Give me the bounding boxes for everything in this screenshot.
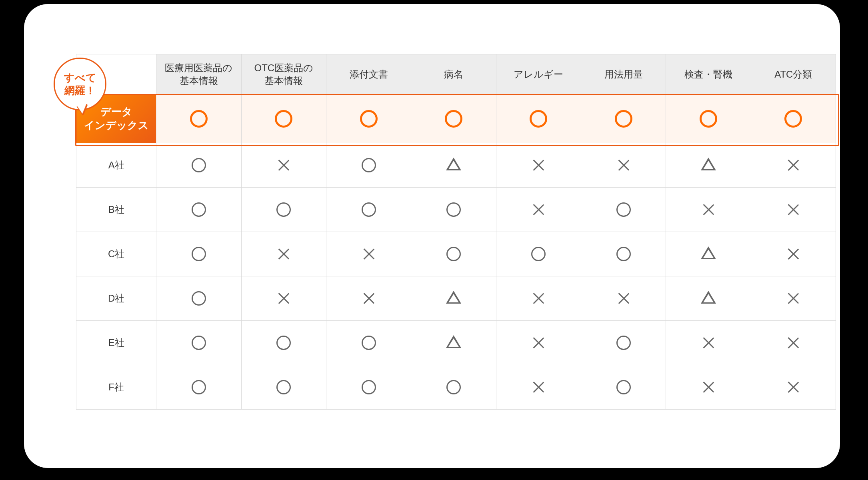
circle-icon [276, 380, 291, 394]
circle-icon [616, 247, 631, 261]
table-cell [666, 232, 751, 276]
table-cell [751, 95, 836, 143]
table-cell [156, 232, 241, 276]
table-cell [326, 143, 411, 188]
circle-icon [362, 336, 376, 350]
table-cell [666, 365, 751, 410]
table-cell [326, 321, 411, 365]
circle-icon [616, 336, 631, 350]
cross-icon [363, 292, 375, 304]
table-cell [666, 276, 751, 321]
featured-row: データインデックス [76, 95, 836, 143]
triangle-icon [446, 158, 461, 170]
table-cell [326, 95, 411, 143]
row-label: B社 [76, 188, 156, 232]
table-cell [751, 143, 836, 188]
table-cell [666, 143, 751, 188]
card: 医療用医薬品の基本情報 OTC医薬品の基本情報 添付文書 病名 アレルギー 用法… [24, 4, 840, 468]
cross-icon [787, 337, 799, 349]
stage: 医療用医薬品の基本情報 OTC医薬品の基本情報 添付文書 病名 アレルギー 用法… [0, 0, 868, 480]
table-cell [496, 365, 581, 410]
triangle-icon [446, 335, 461, 348]
table-cell [241, 143, 326, 188]
table-cell [751, 188, 836, 232]
table-row: C社 [76, 232, 836, 276]
circle-icon [616, 202, 631, 217]
cross-icon [532, 159, 544, 171]
cross-icon [787, 159, 799, 171]
table-cell [411, 365, 496, 410]
table-cell [411, 232, 496, 276]
cross-icon [787, 381, 799, 393]
table-row: E社 [76, 321, 836, 365]
row-label: C社 [76, 232, 156, 276]
table-cell [581, 188, 666, 232]
circle-icon [616, 380, 631, 394]
table-row: F社 [76, 365, 836, 410]
col-header: 病名 [411, 54, 496, 95]
circle-icon [192, 336, 206, 350]
speech-bubble-tail-icon [77, 104, 88, 114]
col-header: ATC分類 [751, 54, 836, 95]
circle-icon [362, 158, 376, 172]
table-cell [581, 321, 666, 365]
table-cell [156, 188, 241, 232]
table-cell [751, 365, 836, 410]
cross-icon [787, 292, 799, 304]
triangle-icon [701, 158, 716, 170]
cross-icon [532, 381, 544, 393]
circle-bold-icon [190, 110, 208, 128]
table-cell [156, 276, 241, 321]
cross-icon [618, 159, 630, 171]
table-cell [496, 143, 581, 188]
table-cell [241, 188, 326, 232]
table-cell [751, 276, 836, 321]
table-cell [666, 321, 751, 365]
table-cell [751, 232, 836, 276]
col-header: 検査・腎機 [666, 54, 751, 95]
table-cell [581, 365, 666, 410]
row-label: F社 [76, 365, 156, 410]
table-cell [496, 276, 581, 321]
table-cell [411, 276, 496, 321]
cross-icon [532, 292, 544, 304]
coverage-badge: すべて網羅！ [54, 58, 104, 108]
table-cell [241, 95, 326, 143]
circle-bold-icon [275, 110, 292, 128]
table-cell [241, 276, 326, 321]
circle-bold-icon [784, 110, 802, 128]
col-header: 添付文書 [326, 54, 411, 95]
circle-icon [276, 336, 291, 350]
table-cell [496, 188, 581, 232]
table-cell [411, 95, 496, 143]
circle-icon [446, 202, 461, 217]
table-header-row: 医療用医薬品の基本情報 OTC医薬品の基本情報 添付文書 病名 アレルギー 用法… [76, 54, 836, 95]
table-cell [411, 188, 496, 232]
row-label: D社 [76, 276, 156, 321]
table-row: D社 [76, 276, 836, 321]
circle-bold-icon [530, 110, 547, 128]
triangle-icon [701, 246, 716, 259]
circle-icon [276, 202, 291, 217]
table-cell [411, 143, 496, 188]
cross-icon [278, 248, 290, 260]
table-body: データインデックスA社B社C社D社E社F社 [76, 95, 836, 410]
coverage-badge-label: すべて網羅！ [54, 58, 106, 110]
table-cell [666, 95, 751, 143]
table-cell [156, 95, 241, 143]
table-cell [241, 321, 326, 365]
circle-icon [192, 291, 206, 306]
table-cell [326, 188, 411, 232]
table-cell [156, 143, 241, 188]
circle-bold-icon [615, 110, 632, 128]
table-row: A社 [76, 143, 836, 188]
row-label: A社 [76, 143, 156, 188]
circle-icon [531, 247, 546, 261]
col-header: OTC医薬品の基本情報 [241, 54, 326, 95]
circle-bold-icon [700, 110, 717, 128]
table-cell [326, 276, 411, 321]
cross-icon [787, 248, 799, 260]
circle-icon [192, 247, 206, 261]
cross-icon [618, 292, 630, 304]
cross-icon [702, 204, 714, 216]
